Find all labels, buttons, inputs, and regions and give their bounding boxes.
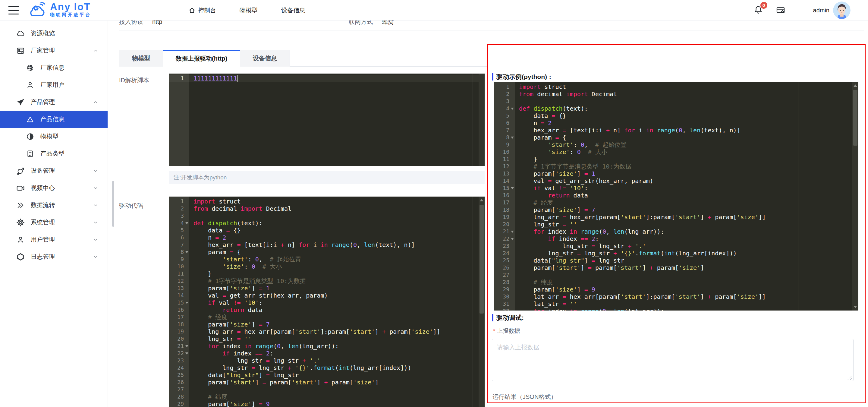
brand-title: Any IoT [50,2,91,12]
driver-example-title: 驱动示例(python)： [492,73,553,81]
sidebar-item-label: 厂家管理 [31,46,93,55]
tab-label: 数据上报驱动(http) [176,55,227,63]
driver-debug-title: 驱动调试: [492,314,524,322]
editor-code-area[interactable]: 111111111111 [189,73,478,166]
notification-bell-button[interactable]: 0 [753,5,763,16]
tab-label: 物模型 [132,54,150,62]
sidebar-item-label: 产品信息 [40,115,107,123]
editor-line-numbers: 1234567891011121314151617181920212223242… [494,82,515,311]
workspace-settings-icon[interactable] [776,5,785,15]
scroll-up-icon[interactable] [854,85,857,87]
sidebar-item-user-management[interactable]: 用户管理 [0,231,107,248]
run-result-label: 运行结果（JSON格式） [493,393,557,401]
sidebar-item-label: 厂家信息 [40,64,107,72]
topmenu-item-label: 设备信息 [281,6,305,14]
editor-line-numbers: 1234567891011121314151617181920212223242… [169,196,189,407]
sidebar-item-product-management[interactable]: 产品管理 [0,93,107,111]
report-data-label: *上报数据 [493,327,520,335]
device-icon [16,166,25,176]
sidebar-item-system-management[interactable]: 系统管理 [0,214,107,231]
tab-label: 设备信息 [253,54,277,62]
sidebar-item-device-management[interactable]: 设备管理 [0,162,107,179]
paper-plane-icon [16,98,25,106]
sidebar-item-label: 设备管理 [31,167,93,175]
driver-example-title-text: 驱动示例(python)： [496,73,553,81]
sidebar-item-label: 厂家用户 [40,81,107,89]
sidebar-item-label: 日志管理 [31,253,93,261]
editor-scrollbar[interactable] [478,73,485,166]
sidebar-item-thing-model[interactable]: 物模型 [0,128,107,145]
chevron-down-icon [93,237,98,243]
user-icon [16,236,25,244]
vendor-card-icon [16,46,25,55]
menu-toggle-icon[interactable] [8,6,19,14]
brand-cloud-gear-icon [28,1,48,19]
report-data-input[interactable] [492,339,854,381]
driver-code-label: 驱动代码 [119,199,143,212]
print-margin-ruler [472,196,473,407]
scrollbar-thumb[interactable] [112,181,114,227]
driver-code-editor[interactable]: 1234567891011121314151617181920212223242… [169,196,485,407]
sidebar-item-label: 物模型 [40,132,107,140]
sidebar-item-vendor-info[interactable]: 厂家信息 [0,59,107,76]
chevron-up-icon [93,99,98,105]
editor-scrollbar[interactable] [478,196,485,407]
content-tabs: 物模型数据上报驱动(http)设备信息 [119,50,290,67]
sidebar-item-vendor-management[interactable]: 厂家管理 [0,42,107,59]
chevron-down-icon [93,219,98,225]
navbar-right: 0 admin [753,0,850,21]
globe-icon [25,64,35,72]
sidebar-item-label: 产品管理 [31,98,93,106]
sidebar-item-video-center[interactable]: 视频中心 [0,179,107,196]
sidebar-item-label: 数据流转 [31,201,93,209]
id-script-label: ID解析脚本 [119,74,149,86]
editor-scrollbar[interactable] [852,82,858,311]
topmenu-item-device-info[interactable]: 设备信息 [281,6,305,14]
brand-logo[interactable]: Any IoT 物联网开放平台 [28,1,91,19]
cloud-icon [16,29,25,38]
python-note: 注:开发脚本为python [169,171,485,184]
notification-badge: 0 [760,1,768,9]
double-chevron-icon [16,201,25,210]
topmenu-item-label: 物模型 [240,6,258,14]
editor-scroll-thumb[interactable] [853,90,858,146]
sidebar-item-label: 产品类型 [40,150,107,158]
top-navbar: Any IoT 物联网开放平台 控制台物模型设备信息 0 admin [0,0,868,21]
editor-scroll-thumb[interactable] [479,205,484,314]
tab-device-info[interactable]: 设备信息 [240,50,290,67]
topmenu-item-thing-model[interactable]: 物模型 [240,6,258,14]
sidebar-item-product-info[interactable]: 产品信息 [0,111,107,128]
sidebar-item-vendor-users[interactable]: 厂家用户 [0,76,107,93]
sidebar-item-data-flow[interactable]: 数据流转 [0,196,107,214]
tab-data-report-driver[interactable]: 数据上报驱动(http) [163,50,240,67]
doc-icon [25,150,35,158]
sidebar-item-product-type[interactable]: 产品类型 [0,145,107,162]
username-label[interactable]: admin [813,7,830,14]
print-margin-ruler [798,82,798,311]
scroll-up-icon[interactable] [480,199,484,201]
editor-code-area[interactable]: import structfrom decimal import Decimal… [189,196,478,407]
tab-thing-model[interactable]: 物模型 [119,50,163,67]
chevron-down-icon [93,254,98,260]
editor-line-numbers: 1 [169,73,189,166]
driver-example-editor[interactable]: 1234567891011121314151617181920212223242… [494,82,858,311]
sidebar-item-resource-overview[interactable]: 资源概览 [0,25,107,42]
sidebar-nav: 资源概览厂家管理厂家信息厂家用户产品管理产品信息物模型产品类型设备管理视频中心数… [0,21,108,407]
scroll-down-icon[interactable] [854,306,857,308]
user-avatar[interactable] [833,1,850,19]
sidebar-item-label: 用户管理 [31,236,93,244]
top-menu: 控制台物模型设备信息 [188,0,305,21]
half-circle-icon [25,132,35,141]
sidebar-item-log-management[interactable]: 日志管理 [0,248,107,265]
required-mark: * [493,328,495,334]
editor-code-area[interactable]: import structfrom decimal import Decimal… [515,82,852,311]
title-accent-bar [492,314,493,321]
gear-icon [16,218,25,227]
brand-subtitle: 物联网开放平台 [50,12,91,18]
id-script-editor[interactable]: 1111111111111 [169,73,485,166]
chevron-down-icon [93,168,98,174]
home-icon [188,7,195,14]
chevron-up-icon [93,48,98,54]
topmenu-item-console[interactable]: 控制台 [188,6,216,14]
sidebar-item-label: 资源概览 [31,29,107,37]
